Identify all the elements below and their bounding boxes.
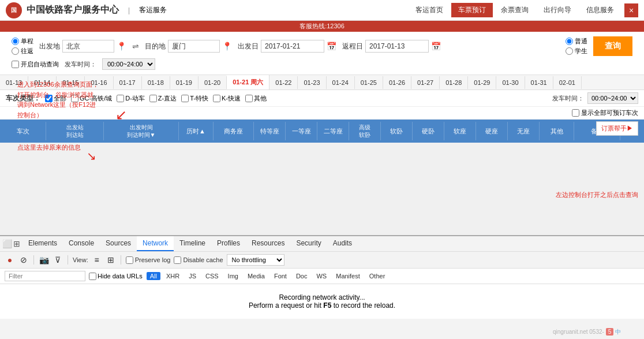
nav-ticket[interactable]: 车票预订 [451, 3, 493, 17]
filter-tag-other[interactable]: Other [366, 272, 389, 280]
auto-query-checkbox[interactable] [12, 61, 19, 68]
to-input[interactable] [168, 40, 220, 53]
date-tab-0117[interactable]: 01-17 [114, 76, 142, 89]
filter-tag-img[interactable]: Img [224, 272, 242, 280]
devtools-tab-sources[interactable]: Sources [100, 236, 137, 251]
search-button[interactable]: 查询 [593, 36, 632, 56]
disable-cache-option[interactable]: Disable cache [174, 256, 223, 264]
devtools-icon-2[interactable]: ⊞ [13, 239, 20, 248]
filter-tag-js[interactable]: JS [185, 272, 200, 280]
nav-home[interactable]: 客运首页 [409, 3, 450, 17]
oneway-radio[interactable] [12, 38, 19, 45]
watermark: qingruanit.net 0532- 5 中 [553, 328, 621, 336]
table-header: 车次 出发站到达站 出发时间到达时间▼ 历时▲ 商务座 特等座 一等座 二等座 … [0, 120, 644, 143]
nav-remaining[interactable]: 余票查询 [494, 3, 536, 17]
grid-view-button[interactable]: ⊞ [106, 255, 116, 265]
date-tab-0129[interactable]: 01-29 [468, 76, 496, 89]
devtools-icon-1[interactable]: ⬜ [2, 239, 12, 248]
date-tab-0128[interactable]: 01-28 [440, 76, 468, 89]
site-title: 中国铁路客户服务中心 [27, 4, 119, 16]
train-d[interactable]: D-动车 [117, 94, 145, 103]
date-tab-0124[interactable]: 01-24 [327, 76, 355, 89]
date-tab-0125[interactable]: 01-25 [355, 76, 383, 89]
filter-tag-all[interactable]: All [147, 272, 160, 280]
normal-radio[interactable] [566, 38, 573, 45]
preserve-log-label: Preserve log [135, 256, 171, 263]
devtools-tab-resources[interactable]: Resources [246, 236, 290, 251]
auto-query-option[interactable]: 开启自动查询 [12, 60, 59, 69]
depart-time-select[interactable]: 00:00~24:00 [102, 58, 155, 70]
disable-cache-checkbox[interactable] [174, 256, 181, 264]
filter-tag-css[interactable]: CSS [202, 272, 222, 280]
devtools-tab-elements[interactable]: Elements [23, 236, 63, 251]
train-t[interactable]: T-特快 [181, 94, 208, 103]
depart-input[interactable] [261, 40, 324, 53]
student-ticket[interactable]: 学生 [566, 47, 587, 55]
student-radio[interactable] [566, 47, 573, 55]
depart-calendar-icon: 📅 [327, 42, 336, 51]
devtools-tab-security[interactable]: Security [290, 236, 327, 251]
disable-cache-label: Disable cache [183, 256, 223, 263]
to-label: 目的地 [145, 42, 166, 51]
date-tab-0118[interactable]: 01-18 [142, 76, 170, 89]
devtools-tab-console[interactable]: Console [63, 236, 100, 251]
nav-info[interactable]: 信息服务 [579, 3, 621, 17]
train-z[interactable]: Z-直达 [149, 94, 177, 103]
date-tab-0119[interactable]: 01-19 [170, 76, 199, 89]
record-button[interactable]: ● [5, 255, 15, 265]
show-all-checkbox[interactable] [572, 109, 579, 117]
train-other[interactable]: 其他 [245, 94, 267, 103]
ticket-helper-btn[interactable]: 订票帮手▶ [596, 121, 638, 136]
filter-tag-media[interactable]: Media [244, 272, 268, 280]
date-tab-0120[interactable]: 01-20 [199, 76, 227, 89]
th-stations: 出发站到达站 [46, 122, 104, 140]
devtools-tab-timeline[interactable]: Timeline [174, 236, 211, 251]
date-tab-0201[interactable]: 02-01 [553, 76, 582, 89]
filter-tag-manifest[interactable]: Manifest [332, 272, 364, 280]
preserve-log-option[interactable]: Preserve log [126, 256, 171, 264]
filter-tag-doc[interactable]: Doc [293, 272, 311, 280]
date-tab-0123[interactable]: 01-23 [298, 76, 326, 89]
header-nav: 客运首页 车票预订 余票查询 出行向导 信息服务 × [409, 3, 638, 17]
devtools-tabs-row: ⬜ ⊞ Elements Console Sources Network Tim… [0, 236, 644, 252]
train-k[interactable]: K-快速 [213, 94, 241, 103]
return-label: 返程日 [342, 42, 363, 51]
arrow-1: ↙ [115, 107, 127, 123]
devtools-panel: ⬜ ⊞ Elements Console Sources Network Tim… [0, 235, 644, 339]
devtools-tab-network[interactable]: Network [137, 236, 174, 251]
oneway-option[interactable]: 单程 [12, 37, 33, 46]
filter-input[interactable] [5, 271, 85, 281]
filter-tag-ws[interactable]: WS [313, 272, 330, 280]
filter-button[interactable]: ⊽ [53, 255, 63, 265]
camera-button[interactable]: 📷 [39, 255, 49, 265]
nav-travel[interactable]: 出行向导 [537, 3, 578, 17]
hide-data-urls-option[interactable]: Hide data URLs [89, 273, 143, 280]
roundtrip-radio[interactable] [12, 47, 19, 55]
close-button[interactable]: × [624, 3, 638, 17]
date-tab-0130[interactable]: 01-30 [496, 76, 525, 89]
hide-data-urls-checkbox[interactable] [89, 273, 96, 280]
show-all-option[interactable]: 显示全部可预订车次 [572, 109, 638, 117]
normal-ticket[interactable]: 普通 [566, 37, 587, 46]
date-tab-0127[interactable]: 01-27 [411, 76, 440, 89]
devtools-tab-profiles[interactable]: Profiles [211, 236, 246, 251]
roundtrip-option[interactable]: 往返 [12, 47, 33, 55]
list-view-button[interactable]: ≡ [92, 255, 102, 265]
devtools-content: Recording network activity... Perform a … [0, 284, 644, 319]
date-tab-0122[interactable]: 01-22 [269, 76, 298, 89]
return-input[interactable] [365, 40, 429, 53]
recording-text: Recording network activity... [9, 293, 635, 301]
devtools-tab-audits[interactable]: Audits [327, 236, 358, 251]
date-tab-0121[interactable]: 01-21 周六 [227, 75, 269, 90]
swap-icon[interactable]: ⇌ [132, 42, 139, 51]
preserve-log-checkbox[interactable] [126, 256, 133, 264]
stop-button[interactable]: ⊘ [18, 255, 29, 265]
from-input[interactable] [62, 40, 114, 53]
filter-tag-font[interactable]: Font [271, 272, 290, 280]
date-tab-0126[interactable]: 01-26 [383, 76, 411, 89]
th-business: 商务座 [214, 122, 254, 140]
depart-time-right-select[interactable]: 00:00~24:00 [587, 92, 638, 104]
filter-tag-xhr[interactable]: XHR [163, 272, 183, 280]
throttle-select[interactable]: No throttling [227, 254, 284, 266]
date-tab-0131[interactable]: 01-31 [525, 76, 553, 89]
